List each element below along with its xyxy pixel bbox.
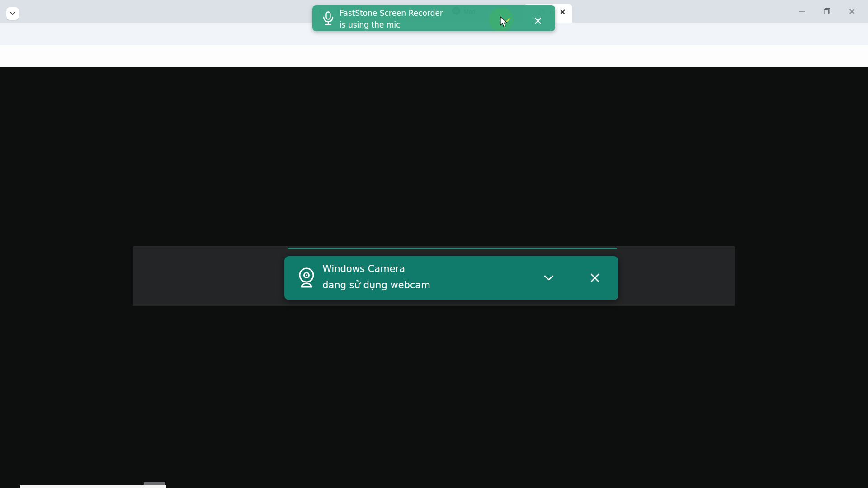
bookmarks-bar: All Bookmarks [0, 45, 868, 67]
mic-toast-subtitle: is using the mic [340, 20, 400, 29]
camera-toast-expand-button[interactable] [540, 269, 557, 286]
camera-toast-close-button[interactable] [586, 269, 604, 286]
close-icon [590, 273, 599, 282]
bottom-window-edge [20, 485, 166, 488]
restore-icon [824, 8, 830, 14]
chevron-down-icon [10, 12, 15, 15]
camera-notification-toast[interactable]: Windows Camera đang sử dụng webcam [284, 256, 618, 300]
teal-progress-line [288, 248, 617, 249]
minimize-icon [799, 11, 805, 12]
window-restore-button[interactable] [819, 5, 835, 17]
close-icon [849, 9, 855, 14]
window-close-button[interactable] [844, 5, 859, 17]
microphone-icon [322, 11, 334, 26]
mic-notification-toast[interactable]: FastStone Screen Recorder is using the m… [312, 5, 555, 31]
mic-toast-close-button[interactable] [530, 16, 546, 25]
bottom-gray-fragment [144, 482, 165, 485]
camera-toast-subtitle: đang sử dụng webcam [322, 280, 430, 291]
mic-toast-title: FastStone Screen Recorder [340, 9, 443, 18]
close-icon [534, 17, 542, 24]
tab-search-chevron-button[interactable] [6, 7, 19, 20]
mouse-cursor [500, 16, 509, 28]
tab-close-button[interactable] [558, 7, 567, 16]
close-icon [560, 9, 565, 14]
camera-toast-title: Windows Camera [322, 263, 405, 274]
webcam-icon [296, 266, 317, 290]
window-minimize-button[interactable] [794, 5, 810, 17]
chevron-down-icon [544, 275, 554, 281]
